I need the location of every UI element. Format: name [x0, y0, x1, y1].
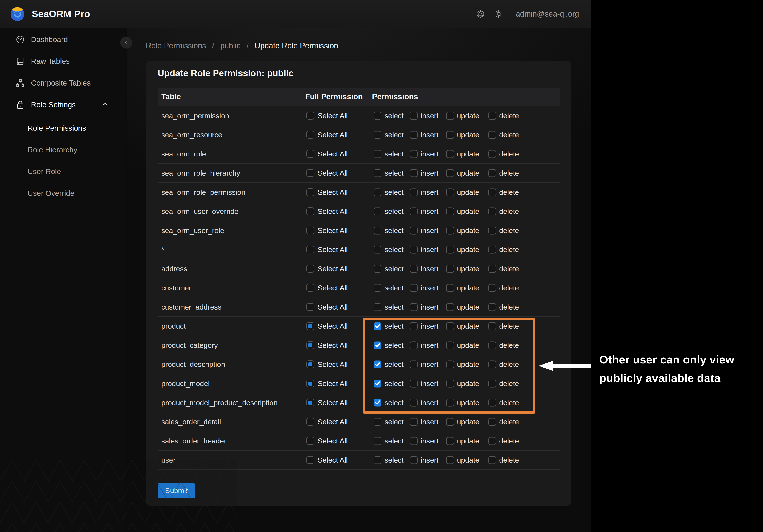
update-checkbox[interactable] — [446, 169, 454, 177]
update-checkbox[interactable] — [446, 437, 454, 445]
update-checkbox[interactable] — [446, 131, 454, 138]
select-checkbox[interactable] — [374, 437, 382, 445]
select-checkbox[interactable] — [374, 418, 382, 426]
insert-checkbox[interactable] — [410, 284, 418, 292]
update-checkbox[interactable] — [446, 112, 454, 120]
breadcrumb-role-permissions[interactable]: Role Permissions — [146, 41, 206, 50]
select-checkbox[interactable] — [374, 303, 382, 311]
sidebar-item-role-hierarchy[interactable]: Role Hierarchy — [0, 139, 126, 161]
update-checkbox[interactable] — [446, 265, 454, 273]
select-all-checkbox[interactable] — [306, 360, 314, 368]
select-all-checkbox[interactable] — [306, 322, 314, 330]
update-checkbox[interactable] — [446, 246, 454, 253]
insert-checkbox[interactable] — [410, 303, 418, 311]
update-checkbox[interactable] — [446, 360, 454, 368]
insert-checkbox[interactable] — [410, 341, 418, 349]
select-all-checkbox[interactable] — [306, 188, 314, 196]
select-all-checkbox[interactable] — [306, 399, 314, 406]
select-all-checkbox[interactable] — [306, 246, 314, 253]
insert-checkbox[interactable] — [410, 112, 418, 120]
breadcrumb-public[interactable]: public — [220, 41, 240, 50]
select-checkbox[interactable] — [374, 380, 382, 387]
select-all-checkbox[interactable] — [306, 380, 314, 387]
sidebar-item-role-settings[interactable]: Role Settings — [0, 94, 126, 116]
insert-checkbox[interactable] — [410, 150, 418, 158]
sidebar-item-dashboard[interactable]: Dashboard — [0, 29, 126, 50]
sidebar-item-composite-tables[interactable]: Composite Tables — [0, 72, 126, 94]
select-checkbox[interactable] — [374, 150, 382, 158]
insert-checkbox[interactable] — [410, 131, 418, 138]
select-all-checkbox[interactable] — [306, 418, 314, 426]
delete-checkbox[interactable] — [489, 265, 496, 273]
select-checkbox[interactable] — [374, 341, 382, 349]
select-checkbox[interactable] — [374, 246, 382, 253]
select-checkbox[interactable] — [374, 188, 382, 196]
sidebar-item-user-role[interactable]: User Role — [0, 161, 126, 182]
insert-checkbox[interactable] — [410, 265, 418, 273]
delete-checkbox[interactable] — [489, 188, 496, 196]
select-checkbox[interactable] — [374, 322, 382, 330]
sidebar-item-raw-tables[interactable]: Raw Tables — [0, 50, 126, 72]
delete-checkbox[interactable] — [489, 246, 496, 253]
insert-checkbox[interactable] — [410, 437, 418, 445]
delete-checkbox[interactable] — [489, 226, 496, 234]
delete-checkbox[interactable] — [489, 399, 496, 406]
select-checkbox[interactable] — [374, 131, 382, 138]
update-checkbox[interactable] — [446, 380, 454, 387]
delete-checkbox[interactable] — [489, 380, 496, 387]
update-checkbox[interactable] — [446, 322, 454, 330]
update-checkbox[interactable] — [446, 303, 454, 311]
select-checkbox[interactable] — [374, 265, 382, 273]
user-email[interactable]: admin@sea-ql.org — [516, 9, 579, 19]
select-all-checkbox[interactable] — [306, 456, 314, 464]
insert-checkbox[interactable] — [410, 380, 418, 387]
select-all-checkbox[interactable] — [306, 226, 314, 234]
delete-checkbox[interactable] — [489, 208, 496, 215]
delete-checkbox[interactable] — [489, 303, 496, 311]
delete-checkbox[interactable] — [489, 284, 496, 292]
select-checkbox[interactable] — [374, 208, 382, 215]
select-checkbox[interactable] — [374, 456, 382, 464]
select-all-checkbox[interactable] — [306, 341, 314, 349]
select-all-checkbox[interactable] — [306, 303, 314, 311]
select-checkbox[interactable] — [374, 360, 382, 368]
update-checkbox[interactable] — [446, 456, 454, 464]
delete-checkbox[interactable] — [489, 456, 496, 464]
select-all-checkbox[interactable] — [306, 169, 314, 177]
insert-checkbox[interactable] — [410, 169, 418, 177]
select-all-checkbox[interactable] — [306, 284, 314, 292]
insert-checkbox[interactable] — [410, 246, 418, 253]
sidebar-item-role-permissions[interactable]: Role Permissions — [0, 117, 126, 139]
update-checkbox[interactable] — [446, 226, 454, 234]
delete-checkbox[interactable] — [489, 322, 496, 330]
select-checkbox[interactable] — [374, 112, 382, 120]
update-checkbox[interactable] — [446, 188, 454, 196]
update-checkbox[interactable] — [446, 418, 454, 426]
insert-checkbox[interactable] — [410, 399, 418, 406]
select-checkbox[interactable] — [374, 399, 382, 406]
theme-sun-icon[interactable] — [494, 9, 503, 19]
update-checkbox[interactable] — [446, 284, 454, 292]
delete-checkbox[interactable] — [489, 169, 496, 177]
insert-checkbox[interactable] — [410, 360, 418, 368]
delete-checkbox[interactable] — [489, 437, 496, 445]
graphql-icon[interactable] — [476, 9, 485, 19]
insert-checkbox[interactable] — [410, 188, 418, 196]
delete-checkbox[interactable] — [489, 418, 496, 426]
delete-checkbox[interactable] — [489, 360, 496, 368]
insert-checkbox[interactable] — [410, 226, 418, 234]
sidebar-collapse-button[interactable] — [120, 37, 132, 48]
update-checkbox[interactable] — [446, 208, 454, 215]
delete-checkbox[interactable] — [489, 150, 496, 158]
insert-checkbox[interactable] — [410, 322, 418, 330]
delete-checkbox[interactable] — [489, 112, 496, 120]
insert-checkbox[interactable] — [410, 418, 418, 426]
update-checkbox[interactable] — [446, 399, 454, 406]
select-all-checkbox[interactable] — [306, 112, 314, 120]
delete-checkbox[interactable] — [489, 341, 496, 349]
update-checkbox[interactable] — [446, 150, 454, 158]
select-all-checkbox[interactable] — [306, 265, 314, 273]
insert-checkbox[interactable] — [410, 456, 418, 464]
select-checkbox[interactable] — [374, 169, 382, 177]
select-all-checkbox[interactable] — [306, 150, 314, 158]
